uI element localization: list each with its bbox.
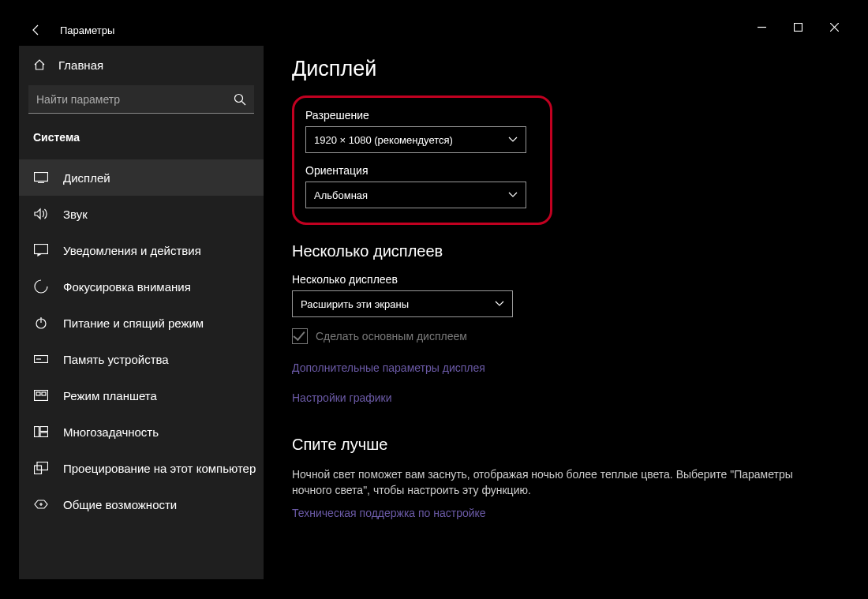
sleep-better-description: Ночной свет поможет вам заснуть, отображ… xyxy=(292,466,797,499)
sidebar-item-notifications[interactable]: Уведомления и действия xyxy=(19,232,264,268)
svg-rect-8 xyxy=(42,392,46,395)
sidebar-item-tablet[interactable]: Режим планшета xyxy=(19,377,264,414)
home-button[interactable]: Главная xyxy=(19,49,264,80)
sidebar-item-label: Уведомления и действия xyxy=(63,244,201,257)
display-icon xyxy=(33,172,49,183)
nav-list: Дисплей Звук Уведомления и действия Фоку… xyxy=(19,159,264,522)
graphics-settings-link[interactable]: Настройки графики xyxy=(292,391,852,404)
sidebar-item-label: Проецирование на этот компьютер xyxy=(63,462,256,475)
window-controls xyxy=(743,14,852,39)
sidebar-item-label: Питание и спящий режим xyxy=(63,316,204,330)
sidebar-item-label: Память устройства xyxy=(63,353,169,366)
orientation-value: Альбомная xyxy=(314,189,368,201)
svg-rect-0 xyxy=(794,23,802,31)
close-icon xyxy=(830,23,839,32)
chevron-down-icon xyxy=(495,301,504,307)
resolution-label: Разрешение xyxy=(305,109,539,122)
multi-displays-heading: Несколько дисплеев xyxy=(292,242,852,260)
checkbox-checked-disabled-icon xyxy=(292,328,308,344)
sidebar-item-multitask[interactable]: Многозадачность xyxy=(19,414,264,450)
svg-rect-3 xyxy=(35,245,48,254)
focus-icon xyxy=(33,279,49,294)
multi-displays-label: Несколько дисплеев xyxy=(292,273,852,286)
maximize-icon xyxy=(794,23,803,32)
sound-icon xyxy=(33,208,49,220)
svg-rect-10 xyxy=(40,427,48,432)
sidebar-item-label: Звук xyxy=(63,208,88,221)
search-input[interactable] xyxy=(36,93,234,106)
sidebar-item-label: Режим планшета xyxy=(63,389,157,402)
chevron-down-icon xyxy=(508,192,518,198)
minimize-button[interactable] xyxy=(743,14,780,39)
sidebar-item-focus[interactable]: Фокусировка внимания xyxy=(19,268,264,305)
sidebar: Главная Система Дисплей Звук Уведомлени xyxy=(19,46,264,579)
storage-icon xyxy=(33,355,49,363)
back-button[interactable] xyxy=(25,19,47,41)
power-icon xyxy=(33,316,49,329)
main-pane: Дисплей Разрешение 1920 × 1080 (рекоменд… xyxy=(264,46,852,579)
notifications-icon xyxy=(33,244,49,256)
svg-rect-2 xyxy=(35,173,48,182)
sidebar-item-storage[interactable]: Память устройства xyxy=(19,341,264,377)
shared-icon xyxy=(33,498,49,511)
sidebar-item-label: Дисплей xyxy=(63,171,110,185)
titlebar: Параметры xyxy=(19,14,852,46)
sidebar-item-sound[interactable]: Звук xyxy=(19,196,264,232)
orientation-dropdown[interactable]: Альбомная xyxy=(305,182,526,208)
orientation-label: Ориентация xyxy=(305,164,539,177)
svg-rect-11 xyxy=(40,432,48,437)
resolution-value: 1920 × 1080 (рекомендуется) xyxy=(314,134,453,146)
multitask-icon xyxy=(33,426,49,437)
search-icon xyxy=(234,93,246,106)
window-title: Параметры xyxy=(60,24,114,36)
search-box[interactable] xyxy=(28,85,254,114)
resolution-dropdown[interactable]: 1920 × 1080 (рекомендуется) xyxy=(305,126,526,153)
category-label: Система xyxy=(19,123,264,150)
multi-displays-dropdown[interactable]: Расширить эти экраны xyxy=(292,290,513,317)
multi-displays-value: Расширить эти экраны xyxy=(301,298,409,310)
support-link[interactable]: Техническая поддержка по настройке xyxy=(292,507,852,519)
sidebar-item-power[interactable]: Питание и спящий режим xyxy=(19,305,264,341)
home-icon xyxy=(33,58,46,71)
home-label: Главная xyxy=(58,58,103,72)
sidebar-item-label: Общие возможности xyxy=(63,498,177,511)
close-button[interactable] xyxy=(816,14,852,39)
sidebar-item-shared[interactable]: Общие возможности xyxy=(19,486,264,522)
svg-rect-9 xyxy=(35,427,39,437)
content-area: Главная Система Дисплей Звук Уведомлени xyxy=(19,46,852,579)
make-primary-checkbox: Сделать основным дисплеем xyxy=(292,328,852,344)
sidebar-item-projecting[interactable]: Проецирование на этот компьютер xyxy=(19,450,264,486)
tablet-icon xyxy=(33,390,49,401)
make-primary-label: Сделать основным дисплеем xyxy=(316,330,467,343)
sidebar-item-label: Многозадачность xyxy=(63,425,159,439)
highlighted-region: Разрешение 1920 × 1080 (рекомендуется) О… xyxy=(292,95,552,225)
svg-rect-7 xyxy=(36,392,40,395)
settings-window: Параметры Главная Система Дисплей xyxy=(19,14,852,579)
advanced-display-link[interactable]: Дополнительные параметры дисплея xyxy=(292,361,852,374)
chevron-down-icon xyxy=(508,137,518,143)
minimize-icon xyxy=(758,23,766,32)
page-title: Дисплей xyxy=(292,57,852,81)
arrow-left-icon xyxy=(30,24,43,36)
sidebar-item-label: Фокусировка внимания xyxy=(63,280,191,294)
projecting-icon xyxy=(33,462,49,474)
sleep-better-heading: Спите лучше xyxy=(292,436,852,454)
sidebar-item-display[interactable]: Дисплей xyxy=(19,159,264,196)
maximize-button[interactable] xyxy=(780,14,816,39)
svg-point-1 xyxy=(235,94,243,102)
